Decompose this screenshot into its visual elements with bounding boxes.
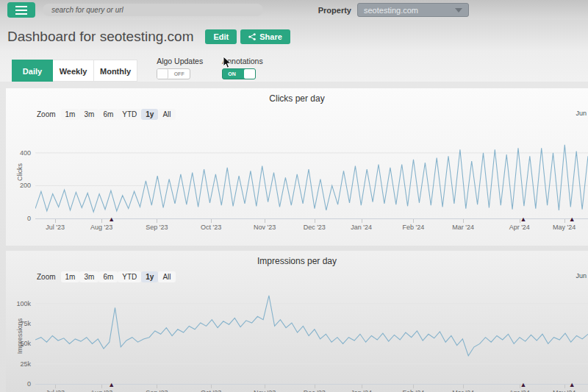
zoom-range-1m-button[interactable]: 1m — [61, 109, 80, 120]
y-tick-label: 0 — [27, 380, 31, 388]
impressions-chart-card: Impressions per day Zoom 1m3m6mYTD1yAll … — [6, 251, 588, 392]
property-dropdown[interactable]: seotesting.com — [357, 3, 469, 17]
interval-tabs: Daily Weekly Monthly — [12, 60, 137, 82]
toggle-state: ON — [228, 71, 236, 76]
x-tick-label: Mar '24 — [452, 224, 474, 231]
zoom-range-3m-button[interactable]: 3m — [79, 109, 98, 120]
zoom-range-1y-button[interactable]: 1y — [141, 109, 158, 120]
annotation-marker[interactable]: ▲ — [108, 216, 115, 223]
y-axis-title: Clicks — [16, 163, 24, 181]
annotation-marker[interactable]: ▲ — [108, 382, 115, 388]
x-axis: Jul '23Aug '23Sep '23Oct '23Nov '23Dec '… — [35, 218, 588, 235]
x-tick-label: Feb '24 — [402, 224, 424, 231]
zoom-range-1y-button[interactable]: 1y — [141, 271, 158, 282]
zoom-label: Zoom — [37, 110, 56, 118]
page-header: Dashboard for seotesting.com Edit Share — [0, 20, 588, 51]
x-tick-label: Oct '23 — [201, 224, 221, 231]
toggle-knob — [157, 69, 168, 79]
x-tick — [157, 219, 157, 223]
plot-area[interactable] — [35, 125, 588, 218]
x-tick — [265, 219, 265, 223]
chart-toolbar: Zoom 1m3m6mYTD1yAll Jun — [6, 106, 588, 122]
chart-title: Clicks per day — [6, 88, 588, 106]
clicks-chart-card: Clicks per day Zoom 1m3m6mYTD1yAll Jun C… — [6, 88, 588, 246]
x-tick-label: Mar '24 — [452, 389, 474, 392]
y-tick-label: 25k — [20, 360, 31, 368]
plot-area[interactable] — [35, 288, 588, 384]
x-tick — [157, 385, 157, 388]
range-selector-overflow: Jun — [576, 272, 587, 279]
y-tick-label: 50k — [20, 340, 31, 347]
x-tick — [362, 219, 362, 223]
x-tick-label: Apr '24 — [509, 389, 530, 392]
x-tick — [265, 385, 265, 388]
x-tick-label: Jan '24 — [351, 224, 372, 231]
series-impressions — [35, 296, 588, 356]
property-group: Property seotesting.com — [318, 3, 469, 17]
x-tick — [413, 385, 414, 388]
property-label: Property — [318, 6, 351, 15]
zoom-toolbar: 1m3m6mYTD1yAll — [61, 273, 176, 281]
tab-monthly[interactable]: Monthly — [94, 60, 137, 82]
annotations-group: Annotations ON — [222, 57, 262, 82]
x-tick-label: Nov '23 — [254, 389, 276, 392]
x-tick-label: May '24 — [553, 389, 576, 392]
zoom-toolbar: 1m3m6mYTD1yAll — [61, 110, 176, 118]
annotation-marker[interactable]: ▲ — [520, 216, 527, 223]
menu-button[interactable] — [7, 2, 35, 18]
chart-toolbar: Zoom 1m3m6mYTD1yAll Jun — [6, 268, 588, 285]
zoom-range-ytd-button[interactable]: YTD — [118, 271, 141, 282]
share-button[interactable]: Share — [240, 29, 290, 44]
x-tick — [315, 385, 315, 388]
x-tick-label: Sep '23 — [146, 224, 168, 231]
share-button-label: Share — [259, 32, 282, 41]
zoom-range-3m-button[interactable]: 3m — [79, 271, 98, 282]
annotations-label: Annotations — [222, 57, 262, 65]
x-tick-label: Sep '23 — [146, 389, 168, 392]
tab-daily[interactable]: Daily — [12, 60, 53, 82]
annotation-marker[interactable]: ▲ — [520, 382, 527, 388]
algo-updates-toggle[interactable]: OFF — [157, 68, 190, 79]
x-tick — [211, 385, 212, 388]
clicks-line-chart — [35, 125, 588, 218]
y-tick-label: 100k — [16, 300, 31, 307]
x-tick — [362, 385, 362, 388]
range-selector-overflow: Jun — [576, 110, 587, 117]
zoom-range-all-button[interactable]: All — [158, 271, 175, 282]
x-tick-label: Aug '23 — [90, 389, 112, 392]
x-tick-label: May '24 — [553, 224, 576, 231]
tab-weekly[interactable]: Weekly — [53, 60, 94, 82]
impressions-line-chart — [35, 288, 588, 384]
hamburger-icon — [15, 6, 27, 7]
x-tick-label: Dec '23 — [304, 224, 326, 231]
edit-button[interactable]: Edit — [205, 29, 237, 44]
y-tick-label: 400 — [20, 149, 31, 157]
annotation-marker[interactable]: ▲ — [569, 216, 576, 223]
zoom-range-1m-button[interactable]: 1m — [61, 271, 80, 282]
x-tick — [101, 385, 102, 388]
x-tick-label: Feb '24 — [402, 389, 424, 392]
x-tick — [413, 219, 414, 223]
annotations-toggle[interactable]: ON — [222, 68, 256, 79]
zoom-range-all-button[interactable]: All — [158, 109, 175, 120]
share-icon — [248, 33, 256, 40]
x-tick — [211, 219, 212, 223]
x-tick-label: Jul '23 — [46, 224, 65, 231]
x-tick — [463, 385, 464, 388]
topbar: Property seotesting.com — [0, 0, 588, 20]
x-tick — [101, 219, 102, 223]
zoom-range-6m-button[interactable]: 6m — [98, 271, 118, 282]
y-tick-label: 0 — [27, 215, 31, 222]
x-tick-label: Apr '24 — [509, 224, 530, 231]
chart-body: Impressions 025k50k75k100k — [35, 288, 588, 384]
zoom-range-ytd-button[interactable]: YTD — [118, 109, 141, 120]
zoom-range-6m-button[interactable]: 6m — [98, 109, 118, 120]
x-tick-label: Jul '23 — [46, 389, 65, 392]
x-tick — [55, 219, 56, 223]
x-tick-label: Oct '23 — [201, 389, 221, 392]
y-tick-label: 200 — [20, 182, 31, 189]
dashboard-controls: Daily Weekly Monthly Algo Updates OFF An… — [0, 51, 588, 82]
zoom-label: Zoom — [37, 273, 56, 281]
search-input[interactable] — [43, 4, 263, 16]
annotation-marker[interactable]: ▲ — [569, 382, 576, 388]
